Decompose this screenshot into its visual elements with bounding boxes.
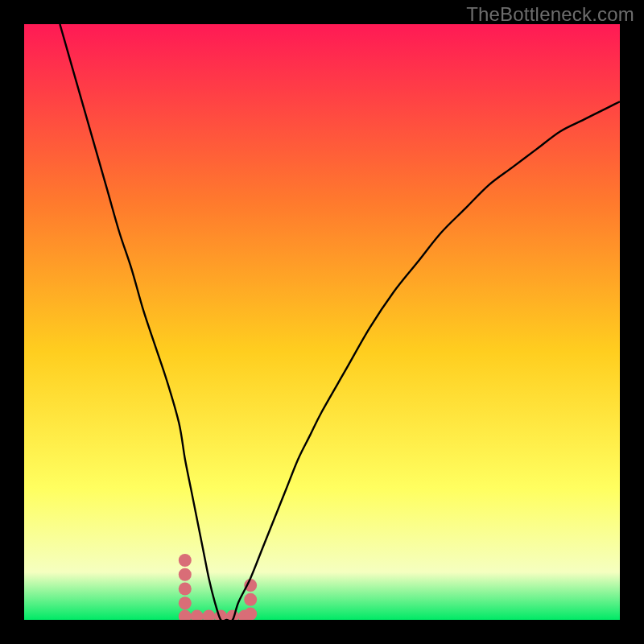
bottleneck-curve xyxy=(60,24,620,620)
svg-point-1 xyxy=(179,554,192,567)
svg-point-11 xyxy=(244,608,257,620)
svg-point-4 xyxy=(179,597,192,609)
svg-point-12 xyxy=(244,593,257,606)
svg-point-3 xyxy=(179,583,192,596)
svg-point-6 xyxy=(191,610,204,620)
svg-point-7 xyxy=(202,610,215,620)
outer-frame: TheBottleneck.com xyxy=(0,0,644,644)
curve-layer xyxy=(24,24,620,620)
plot-area xyxy=(24,24,620,620)
svg-point-5 xyxy=(179,610,192,620)
svg-point-2 xyxy=(179,568,192,581)
watermark-text: TheBottleneck.com xyxy=(466,3,634,26)
